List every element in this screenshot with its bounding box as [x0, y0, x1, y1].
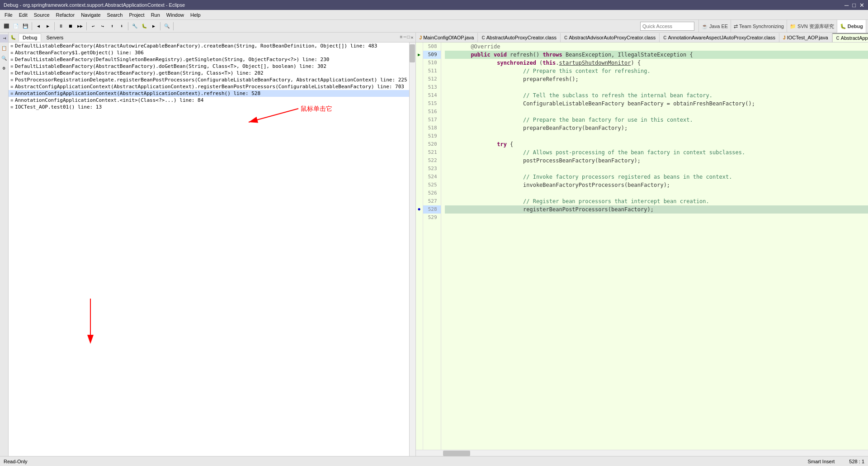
toolbar-btn-3[interactable]: 💾 — [21, 22, 30, 31]
editor-hscrollbar-thumb[interactable] — [443, 451, 470, 456]
panel-min-icon[interactable]: ─ — [404, 35, 406, 40]
code-line-527: // Register bean processors that interce… — [445, 197, 868, 205]
editor-hscrollbar[interactable] — [416, 450, 868, 456]
debug-panel-icon: 🐛 — [10, 35, 16, 40]
menu-file[interactable]: File — [2, 11, 15, 19]
tab-icon-c3: C — [663, 35, 666, 40]
stack-item-0[interactable]: ≡ DefaultListableBeanFactory(AbstractAut… — [9, 43, 409, 49]
toolbar-btn-6[interactable]: ⏸ — [57, 22, 66, 31]
toolbar-btn-13[interactable]: 🔧 — [130, 22, 139, 31]
code-line-518: prepareBeanFactory(beanFactory); — [445, 124, 868, 132]
menu-window[interactable]: Window — [164, 11, 187, 19]
tab-label-autoproxy: AbstractAutoProxyCreator.class — [486, 35, 557, 40]
margin-522 — [416, 157, 423, 165]
toolbar-btn-16[interactable]: 🔍 — [162, 22, 171, 31]
stack-item-4[interactable]: ≡ DefaultListableBeanFactory(AbstractBea… — [9, 70, 409, 76]
perspective-svn[interactable]: 📁 SVN 资源库研究 — [787, 20, 837, 33]
ln-509: 509 — [423, 51, 441, 59]
toolbar-btn-12[interactable]: ⬇ — [117, 22, 126, 31]
debug-stack: ≡ DefaultListableBeanFactory(AbstractAut… — [9, 43, 409, 456]
left-sidebar: T 📋 🔍 ⚙ — [0, 33, 9, 456]
sidebar-icon-2[interactable]: 📋 — [0, 44, 8, 52]
sidebar-icon-3[interactable]: 🔍 — [0, 54, 8, 62]
quick-access-input[interactable] — [640, 22, 694, 31]
margin-523 — [416, 165, 423, 173]
perspective-team[interactable]: ⇄ Team Synchronizing — [731, 20, 787, 33]
perspective-javaee[interactable]: ☕ Java EE — [698, 20, 731, 33]
code-line-509: public void refresh() throws BeansExcept… — [445, 51, 868, 59]
toolbar-btn-2[interactable]: 📄 — [11, 22, 20, 31]
toolbar-btn-5[interactable]: ▶ — [43, 22, 52, 31]
status-bar: Read-Only Smart Insert 528 : 1 — [0, 456, 868, 466]
ln-527: 527 — [423, 197, 441, 205]
perspective-debug[interactable]: 🐛 Debug — [837, 20, 866, 33]
panel-close-icon[interactable]: ✕ — [411, 35, 414, 40]
toolbar-btn-15[interactable]: ▶ — [149, 22, 158, 31]
code-line-525: invokeBeanFactoryPostProcessors(beanFact… — [445, 181, 868, 189]
stack-item-1[interactable]: ≡ AbstractBeanFactory$1.getObject() line… — [9, 49, 409, 56]
menu-navigate[interactable]: Navigate — [78, 11, 103, 19]
minimize-button[interactable]: ─ — [844, 2, 849, 9]
panel-menu-icon[interactable]: ≡ — [400, 35, 403, 40]
editor-tab-ioctest[interactable]: J IOCTest_AOP.java — [779, 33, 832, 42]
debug-tab[interactable]: Debug — [19, 33, 41, 42]
line-numbers: 508 509 510 511 512 513 514 515 516 517 … — [423, 43, 441, 450]
toolbar-sep-2 — [54, 22, 55, 30]
menu-help[interactable]: Help — [188, 11, 203, 19]
toolbar-btn-10[interactable]: ↪ — [98, 22, 107, 31]
menu-search[interactable]: Search — [104, 11, 126, 19]
toolbar-sep-6 — [173, 22, 174, 30]
menu-refactor[interactable]: Refactor — [53, 11, 78, 19]
toolbar-btn-7[interactable]: ⏹ — [66, 22, 75, 31]
stack-item-6[interactable]: ≡ AbstractConfigApplicationContext(Abstr… — [9, 83, 409, 90]
panel-max-icon[interactable]: □ — [407, 35, 410, 40]
code-line-523 — [445, 165, 868, 173]
editor-tab-advisorproxy[interactable]: C AbstractAdvisorAutoProxyCreator.class — [561, 33, 660, 42]
maximize-button[interactable]: □ — [852, 2, 856, 9]
scrollbar-thumb[interactable] — [410, 44, 415, 62]
stack-item-3[interactable]: ≡ DefaultListableBeanFactory(AbstractBea… — [9, 63, 409, 70]
code-line-528: registerBeanPostProcessors(beanFactory); — [445, 205, 868, 214]
debug-scrollbar[interactable] — [409, 43, 415, 456]
status-insert: Smart Insert — [807, 459, 835, 464]
toolbar-btn-1[interactable]: ⬛ — [2, 22, 11, 31]
code-content[interactable]: @Override public void refresh() throws B… — [441, 43, 868, 450]
code-line-515: ConfigurableListableBeanFactory beanFact… — [445, 100, 868, 108]
menu-run[interactable]: Run — [148, 11, 163, 19]
stack-item-7[interactable]: ≡ AnnotationConfigApplicationContext(Abs… — [9, 90, 409, 97]
toolbar-btn-4[interactable]: ◀ — [34, 22, 43, 31]
toolbar-sep-1 — [32, 22, 32, 30]
toolbar-btn-11[interactable]: ⬆ — [108, 22, 117, 31]
menu-edit[interactable]: Edit — [16, 11, 30, 19]
perspective-icons: ☕ Java EE ⇄ Team Synchronizing 📁 SVN 资源库… — [698, 20, 866, 33]
menu-source[interactable]: Source — [31, 11, 52, 19]
servers-tab[interactable]: Servers — [42, 33, 67, 42]
sidebar-icon-4[interactable]: ⚙ — [0, 64, 8, 72]
toolbar-btn-8[interactable]: ▶▶ — [75, 22, 85, 31]
editor-tab-autoproxy[interactable]: C AbstractAutoProxyCreator.class — [478, 33, 561, 42]
close-button[interactable]: ✕ — [859, 2, 864, 9]
code-line-522: postProcessBeanFactory(beanFactory); — [445, 157, 868, 165]
margin-516 — [416, 108, 423, 116]
editor-tab-absappctx[interactable]: C AbstractApplicationContext.class ✕ — [832, 33, 868, 42]
editor-area: J MainConfigOfAOP.java C AbstractAutoPro… — [416, 33, 868, 456]
stack-item-8[interactable]: ≡ AnnotationConfigApplicationContext.<in… — [9, 97, 409, 104]
stack-item-9[interactable]: ≡ IOCTest_AOP.test01() line: 13 — [9, 104, 409, 110]
toolbar-btn-9[interactable]: ↩ — [89, 22, 98, 31]
ln-516: 516 — [423, 108, 441, 116]
editor-tab-mainconfig[interactable]: J MainConfigOfAOP.java — [416, 33, 478, 42]
stack-item-5[interactable]: ≡ PostProcessorRegistrationDelegate.regi… — [9, 76, 409, 83]
code-line-513 — [445, 83, 868, 91]
ln-511: 511 — [423, 67, 441, 75]
debug-stack-wrapper: ≡ DefaultListableBeanFactory(AbstractAut… — [9, 43, 415, 456]
sidebar-icon-1[interactable]: T — [0, 34, 8, 43]
editor-tab-annotation[interactable]: C AnnotationAwareAspectJAutoProxyCreator… — [660, 33, 779, 42]
toolbar: ⬛ 📄 💾 ◀ ▶ ⏸ ⏹ ▶▶ ↩ ↪ ⬆ ⬇ 🔧 🐛 ▶ 🔍 ☕ Java … — [0, 20, 868, 33]
menu-project[interactable]: Project — [126, 11, 147, 19]
toolbar-btn-14[interactable]: 🐛 — [140, 22, 149, 31]
ln-525: 525 — [423, 181, 441, 189]
ln-515: 515 — [423, 100, 441, 108]
ln-529: 529 — [423, 214, 441, 222]
main-area: T 📋 🔍 ⚙ 🐛 Debug Servers ≡ ─ □ ✕ ≡ Defaul… — [0, 33, 868, 456]
stack-item-2[interactable]: ≡ DefaultListableBeanFactory(DefaultSing… — [9, 56, 409, 63]
